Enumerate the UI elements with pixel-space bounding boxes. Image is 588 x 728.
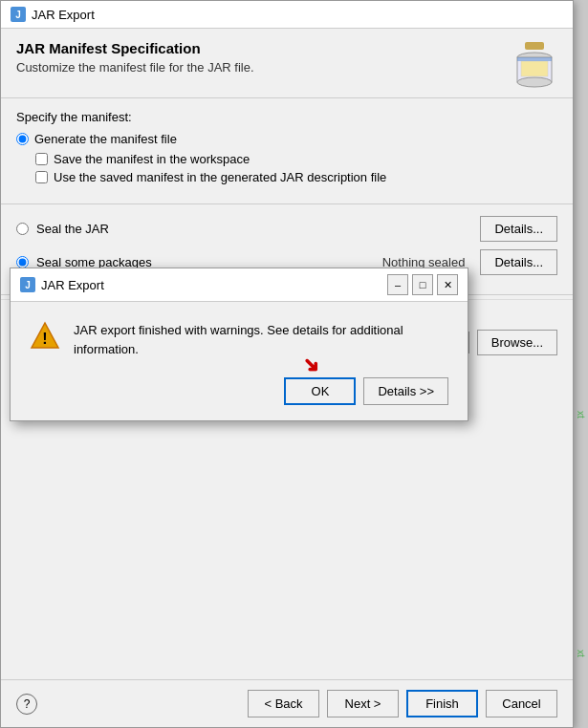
cancel-button[interactable]: Cancel xyxy=(486,690,557,717)
minimize-button[interactable]: – xyxy=(387,274,408,295)
svg-rect-0 xyxy=(525,42,544,50)
svg-rect-4 xyxy=(521,61,548,76)
use-manifest-label: Use the saved manifest in the generated … xyxy=(54,170,386,184)
svg-point-3 xyxy=(517,77,552,87)
help-button[interactable]: ? xyxy=(16,694,37,715)
header-section: JAR Manifest Specification Customize the… xyxy=(1,29,573,98)
generate-manifest-option[interactable]: Generate the manifest file xyxy=(16,132,557,146)
fg-title-bar: J JAR Export – □ ✕ xyxy=(11,268,468,302)
watermark-text: xt xyxy=(576,411,586,418)
seal-jar-row: Seal the JAR Details... xyxy=(16,216,557,242)
jar-export-dialog: J JAR Export – □ ✕ ! JAR export finished… xyxy=(10,268,468,421)
save-manifest-label: Save the manifest in the workspace xyxy=(54,152,250,166)
use-manifest-checkbox[interactable] xyxy=(35,171,48,183)
dialog-body: ! JAR export finished with warnings. See… xyxy=(11,302,468,374)
bg-title-bar: J JAR Export xyxy=(1,1,573,29)
use-manifest-option[interactable]: Use the saved manifest in the generated … xyxy=(35,170,557,184)
bg-window-icon: J xyxy=(11,7,26,22)
generate-manifest-radio[interactable] xyxy=(16,133,29,145)
jar-icon xyxy=(512,40,557,90)
save-manifest-option[interactable]: Save the manifest in the workspace xyxy=(35,152,557,166)
seal-jar-details-button[interactable]: Details... xyxy=(480,216,557,242)
next-button[interactable]: Next > xyxy=(327,690,399,717)
maximize-button[interactable]: □ xyxy=(412,274,433,295)
watermark-text-2: xt xyxy=(576,650,586,657)
seal-some-details-button[interactable]: Details... xyxy=(480,249,557,275)
seal-jar-label: Seal the JAR xyxy=(36,222,109,236)
bg-window-title: JAR Export xyxy=(32,8,95,22)
svg-text:!: ! xyxy=(42,331,47,347)
nav-bar: ? < Back Next > Finish Cancel xyxy=(1,679,573,727)
seal-jar-radio[interactable] xyxy=(16,223,29,235)
warning-icon: ! xyxy=(30,321,60,352)
dialog-buttons: ➜ OK Details >> xyxy=(11,374,468,420)
finish-button[interactable]: Finish xyxy=(406,690,478,717)
fg-window-icon: J xyxy=(20,277,35,292)
manifest-section: Specify the manifest: Generate the manif… xyxy=(1,98,573,200)
page-title: JAR Manifest Specification xyxy=(16,40,254,56)
ok-button[interactable]: OK xyxy=(284,377,356,405)
close-button[interactable]: ✕ xyxy=(437,274,458,295)
browse-button[interactable]: Browse... xyxy=(477,330,557,355)
title-controls: – □ ✕ xyxy=(387,274,458,295)
dialog-message: JAR export finished with warnings. See d… xyxy=(74,321,448,358)
save-manifest-checkbox[interactable] xyxy=(35,153,48,165)
specify-label: Specify the manifest: xyxy=(16,110,557,124)
fg-window-title: JAR Export xyxy=(41,278,104,292)
generate-manifest-label: Generate the manifest file xyxy=(34,132,177,146)
page-subtitle: Customize the manifest file for the JAR … xyxy=(16,60,254,75)
back-button[interactable]: < Back xyxy=(248,690,319,717)
svg-rect-5 xyxy=(517,57,552,61)
nav-buttons: < Back Next > Finish Cancel xyxy=(248,690,557,717)
fg-title-left: J JAR Export xyxy=(20,277,104,292)
details-button[interactable]: Details >> xyxy=(363,377,448,405)
